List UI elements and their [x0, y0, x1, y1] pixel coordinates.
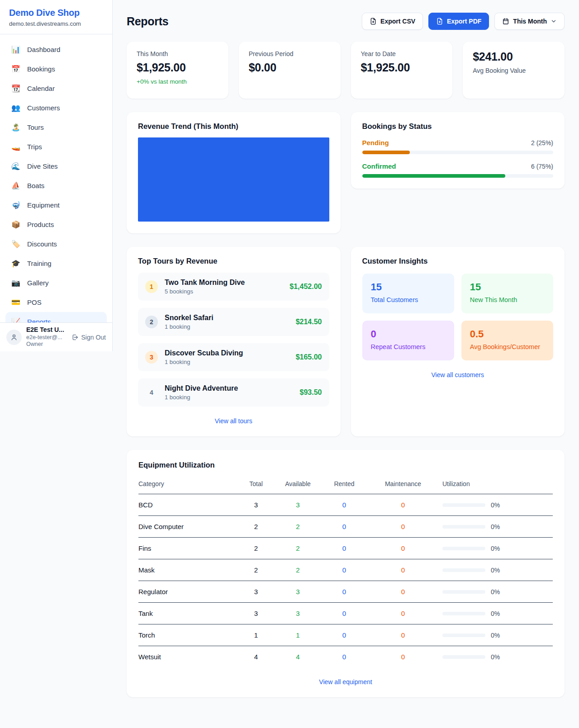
equipment-available: 2 — [276, 566, 319, 574]
period-dropdown[interactable]: This Month — [494, 13, 565, 30]
equipment-maintenance: 0 — [369, 610, 437, 617]
equipment-category: Dive Computer — [138, 523, 236, 530]
user-info: E2E Test U... e2e-tester@... Owner — [26, 326, 67, 348]
sidebar-item-bookings[interactable]: 📅 Bookings — [5, 59, 107, 79]
export-csv-button[interactable]: Export CSV — [362, 13, 423, 30]
equipment-rented: 0 — [319, 544, 369, 552]
sidebar-item-tours[interactable]: 🏝️ Tours — [5, 118, 107, 137]
utilization-percent: 0% — [491, 610, 500, 617]
tour-bookings: 1 booking — [165, 323, 289, 330]
top-tours-title: Top Tours by Revenue — [138, 257, 329, 265]
sidebar-item-dive-sites[interactable]: 🌊 Dive Sites — [5, 156, 107, 176]
sidebar-item-label: Products — [27, 221, 54, 228]
table-row: Mask 2 2 0 0 0% — [138, 559, 553, 581]
equipment-total: 2 — [236, 523, 276, 530]
equipment-rented: 0 — [319, 501, 369, 509]
sidebar-item-reports[interactable]: 📈 Reports — [5, 312, 107, 322]
equipment-category: BCD — [138, 501, 236, 509]
insight-label: Total Customers — [371, 296, 446, 303]
utilization-percent: 0% — [491, 523, 500, 530]
tour-row: 3 Discover Scuba Diving 1 booking $165.0… — [138, 343, 329, 371]
table-row: Dive Computer 2 2 0 0 0% — [138, 516, 553, 538]
charts-row: Revenue Trend (This Month) Bookings by S… — [127, 112, 565, 233]
sidebar-item-label: Customers — [27, 104, 60, 112]
insight-tile: 0.5 Avg Bookings/Customer — [461, 321, 553, 360]
table-row: Wetsuit 4 4 0 0 0% — [138, 646, 553, 667]
tour-bookings: 1 booking — [165, 359, 289, 365]
utilization-bar — [442, 590, 485, 594]
nav-item-icon: 🎓 — [11, 259, 21, 268]
sidebar-item-discounts[interactable]: 🏷️ Discounts — [5, 234, 107, 254]
equipment-utilization-title: Equipment Utilization — [138, 461, 553, 469]
equipment-category: Tank — [138, 610, 236, 617]
sidebar-item-equipment[interactable]: 🤿 Equipment — [5, 195, 107, 215]
stat-cards: This Month $1,925.00 +0% vs last month P… — [127, 42, 565, 99]
status-bars: Pending 2 (25%) Confirmed 6 (75%) — [362, 139, 554, 178]
insight-label: New This Month — [470, 296, 545, 303]
sidebar-item-gallery[interactable]: 📷 Gallery — [5, 273, 107, 293]
nav-item-icon: 📈 — [11, 317, 21, 322]
stat-card: This Month $1,925.00 +0% vs last month — [127, 42, 228, 99]
equipment-category: Fins — [138, 544, 236, 552]
status-value: 6 (75%) — [531, 163, 553, 170]
sidebar-nav: 📊 Dashboard 📅 Bookings 📆 Calendar 👥 Cust… — [0, 34, 112, 322]
equipment-maintenance: 0 — [369, 566, 437, 574]
sidebar-item-pos[interactable]: 💳 POS — [5, 293, 107, 312]
bookings-by-status-title: Bookings by Status — [362, 122, 554, 131]
sidebar-item-products[interactable]: 📦 Products — [5, 215, 107, 234]
reports-page: Demo Dive Shop demo.test.divestreams.com… — [0, 0, 579, 728]
status-progress-fill — [362, 151, 410, 154]
utilization-bar — [442, 612, 485, 615]
stat-value: $1,925.00 — [361, 61, 443, 74]
nav-item-icon: 📆 — [11, 84, 21, 93]
view-all-customers-link[interactable]: View all customers — [362, 371, 554, 378]
equipment-total: 3 — [236, 588, 276, 596]
sidebar-item-calendar[interactable]: 📆 Calendar — [5, 79, 107, 98]
sidebar-item-dashboard[interactable]: 📊 Dashboard — [5, 40, 107, 59]
sidebar-item-boats[interactable]: ⛵ Boats — [5, 176, 107, 195]
view-all-equipment-link[interactable]: View all equipment — [138, 678, 553, 685]
user-name: E2E Test U... — [26, 326, 67, 334]
equipment-category: Wetsuit — [138, 653, 236, 661]
sidebar-item-customers[interactable]: 👥 Customers — [5, 98, 107, 118]
nav-item-icon: 📅 — [11, 65, 21, 73]
insights-row: Top Tours by Revenue 1 Two Tank Morning … — [127, 247, 565, 436]
utilization-bar — [442, 503, 485, 507]
tour-revenue: $165.00 — [296, 353, 322, 361]
equipment-maintenance: 0 — [369, 501, 437, 509]
sidebar-item-training[interactable]: 🎓 Training — [5, 254, 107, 273]
sign-out-button[interactable]: Sign Out — [71, 334, 106, 341]
sidebar-item-trips[interactable]: 🚤 Trips — [5, 137, 107, 156]
nav-item-icon: ⛵ — [11, 181, 21, 190]
sidebar-item-label: Dive Sites — [27, 162, 58, 170]
equipment-utilization-card: Equipment Utilization Category Total Ava… — [127, 450, 565, 697]
stat-value: $0.00 — [249, 61, 331, 74]
revenue-trend-title: Revenue Trend (This Month) — [138, 122, 329, 131]
chevron-down-icon — [551, 18, 557, 24]
sidebar-header: Demo Dive Shop demo.test.divestreams.com — [0, 0, 112, 34]
equipment-maintenance: 0 — [369, 631, 437, 639]
bookings-by-status-card: Bookings by Status Pending 2 (25%) Confi… — [351, 112, 565, 189]
status-label: Confirmed — [362, 162, 396, 170]
insight-label: Avg Bookings/Customer — [470, 343, 545, 350]
status-progress-track — [362, 151, 554, 154]
nav-item-icon: 🏝️ — [11, 123, 21, 132]
status-row: Confirmed 6 (75%) — [362, 162, 554, 178]
utilization-percent: 0% — [491, 653, 500, 661]
tour-row: 2 Snorkel Safari 1 booking $214.50 — [138, 308, 329, 336]
utilization-percent: 0% — [491, 545, 500, 552]
insight-tile: 15 New This Month — [461, 274, 553, 313]
export-pdf-button[interactable]: Export PDF — [428, 13, 489, 30]
view-all-tours-link[interactable]: View all tours — [138, 417, 329, 425]
stat-value: $1,925.00 — [137, 61, 218, 74]
tour-revenue: $93.50 — [300, 388, 322, 397]
page-title: Reports — [127, 15, 168, 28]
equipment-total: 3 — [236, 501, 276, 509]
table-row: Regulator 3 3 0 0 0% — [138, 581, 553, 603]
equipment-table: Category Total Available Rented Maintena… — [138, 477, 553, 667]
sidebar-item-label: Reports — [27, 318, 51, 322]
column-header-available: Available — [276, 480, 319, 487]
equipment-table-body: BCD 3 3 0 0 0% Dive Computer 2 2 0 0 0% … — [138, 494, 553, 667]
insight-value: 15 — [371, 281, 446, 293]
equipment-available: 3 — [276, 610, 319, 617]
